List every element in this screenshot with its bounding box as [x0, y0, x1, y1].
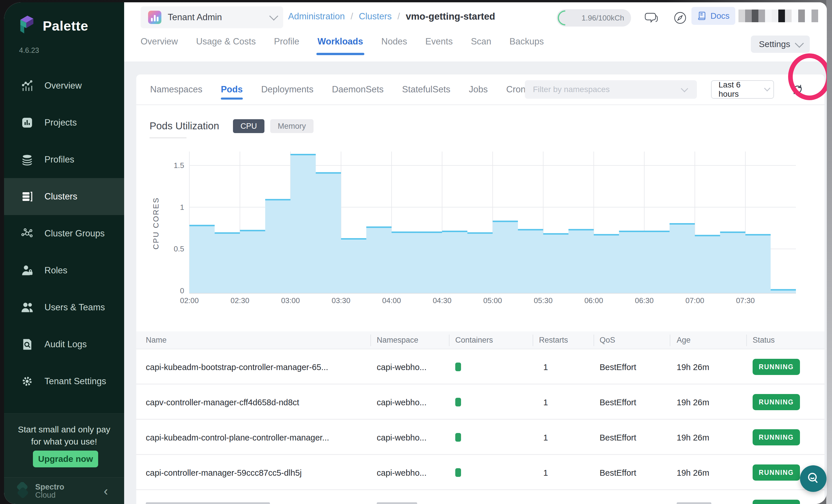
- breadcrumb-link-administration[interactable]: Administration: [288, 11, 345, 22]
- pod-name: capi-controller-manager-59ccc87cc5-dlh5j: [146, 468, 302, 478]
- pod-name: capi-kubeadm-control-plane-controller-ma…: [146, 433, 329, 443]
- sidebar-item-users-teams[interactable]: Users & Teams: [4, 289, 124, 326]
- projects-icon: [21, 116, 33, 129]
- column-separator: [670, 335, 670, 346]
- feedback-chat-icon[interactable]: [643, 10, 659, 26]
- screen: Palette 4.6.23 Overview Projects Profile…: [0, 0, 832, 504]
- sidebar-item-label: Cluster Groups: [45, 228, 104, 239]
- table-row[interactable]: capi-kubeadm-bootstrap-controller-manage…: [136, 349, 825, 384]
- sidebar-item-cluster-groups[interactable]: Cluster Groups: [4, 215, 124, 252]
- subtab-daemonsets[interactable]: DaemonSets: [332, 84, 384, 95]
- sidebar-item-label: Users & Teams: [45, 302, 105, 313]
- tab-backups[interactable]: Backups: [510, 36, 544, 49]
- subtab-statefulsets[interactable]: StatefulSets: [402, 84, 450, 95]
- footer-brand-bottom: Cloud: [35, 491, 64, 499]
- table-row[interactable]: capi-controller-manager-59ccc87cc5-dlh5j…: [136, 455, 825, 490]
- tab-events[interactable]: Events: [425, 36, 453, 49]
- app-window: Palette 4.6.23 Overview Projects Profile…: [4, 2, 827, 504]
- sidebar-item-tenant-settings[interactable]: Tenant Settings: [4, 363, 124, 400]
- table-row[interactable]: capv-controller-manager-cff4d658d-nd8ctc…: [136, 384, 825, 420]
- column-separator: [532, 335, 533, 346]
- namespace-filter-input[interactable]: [525, 80, 697, 99]
- pod-qos: BestEffort: [600, 433, 636, 443]
- users-teams-icon: [21, 301, 33, 314]
- svg-text:07:00: 07:00: [685, 296, 704, 305]
- clusters-icon: [21, 190, 33, 203]
- column-header-status: Status: [753, 336, 775, 345]
- sidebar-item-roles[interactable]: Roles: [4, 252, 124, 289]
- subtab-jobs[interactable]: Jobs: [469, 84, 488, 95]
- status-badge: RUNNING: [753, 359, 800, 375]
- sidebar-footer: Spectro Cloud ‹: [4, 477, 124, 504]
- usage-quota-badge: 1.96/100kCh: [556, 9, 631, 27]
- svg-text:03:30: 03:30: [332, 296, 350, 305]
- refresh-icon: [789, 81, 805, 98]
- chevron-down-icon: [764, 85, 771, 91]
- cpu-utilization-chart: 02:0002:3003:0003:3004:0004:3005:0005:30…: [136, 144, 825, 317]
- time-range-dropdown[interactable]: Last 6 hours: [711, 80, 774, 99]
- column-header-name: Name: [146, 336, 166, 345]
- column-header-age: Age: [677, 336, 691, 345]
- svg-text:0: 0: [180, 286, 184, 295]
- tenant-label: Tenant Admin: [168, 12, 222, 23]
- breadcrumb-link-clusters[interactable]: Clusters: [359, 11, 392, 22]
- pod-age: 19h 26m: [677, 433, 709, 443]
- settings-dropdown-button[interactable]: Settings: [751, 35, 810, 53]
- pod-qos: BestEffort: [600, 398, 636, 407]
- tab-workloads[interactable]: Workloads: [317, 36, 363, 49]
- sidebar-item-audit-logs[interactable]: Audit Logs: [4, 326, 124, 363]
- book-icon: [697, 11, 707, 21]
- tab-nodes[interactable]: Nodes: [381, 36, 407, 49]
- tab-scan[interactable]: Scan: [471, 36, 491, 49]
- tab-profile[interactable]: Profile: [274, 36, 300, 49]
- svg-text:1: 1: [180, 203, 184, 212]
- tab-usage-costs[interactable]: Usage & Costs: [196, 36, 256, 49]
- pod-qos: BestEffort: [600, 363, 636, 372]
- explore-compass-icon[interactable]: [672, 10, 688, 26]
- sidebar-item-projects[interactable]: Projects: [4, 104, 124, 141]
- column-header-containers: Containers: [455, 336, 493, 345]
- table-row-partial[interactable]: RUNNING: [136, 490, 825, 504]
- sidebar-item-label: Audit Logs: [45, 339, 87, 350]
- spectro-cloud-logo: [15, 482, 31, 500]
- help-beacon-button[interactable]: [800, 465, 827, 492]
- container-status-icon: [455, 468, 461, 477]
- subtab-pods[interactable]: Pods: [221, 84, 243, 95]
- sidebar-item-clusters[interactable]: Clusters: [4, 178, 124, 215]
- svg-text:0.5: 0.5: [174, 244, 184, 253]
- sidebar-item-profiles[interactable]: Profiles: [4, 141, 124, 178]
- svg-text:1.5: 1.5: [174, 161, 184, 170]
- status-badge: RUNNING: [753, 394, 800, 410]
- svg-text:04:00: 04:00: [382, 296, 401, 305]
- svg-text:02:30: 02:30: [231, 296, 250, 305]
- tab-overview[interactable]: Overview: [140, 36, 178, 49]
- main-area: Tenant Admin Administration / Clusters /…: [124, 2, 827, 504]
- chevron-down-icon: [795, 39, 804, 48]
- column-header-restarts: Restarts: [539, 336, 568, 345]
- metric-chip-memory[interactable]: Memory: [270, 119, 313, 133]
- tenant-scope-dropdown[interactable]: Tenant Admin: [140, 6, 283, 28]
- subtab-deployments[interactable]: Deployments: [261, 84, 313, 95]
- upgrade-now-button[interactable]: Upgrade now: [33, 451, 98, 467]
- cluster-groups-icon: [21, 227, 33, 240]
- refresh-button[interactable]: [789, 81, 805, 98]
- docs-button[interactable]: Docs: [692, 7, 735, 25]
- pod-age: 19h 26m: [677, 398, 709, 407]
- sidebar-item-overview[interactable]: Overview: [4, 67, 124, 104]
- workload-subtabs: NamespacesPodsDeploymentsDaemonSetsState…: [150, 84, 544, 95]
- tenant-icon: [148, 11, 161, 24]
- breadcrumb-separator: /: [397, 11, 400, 22]
- pod-restarts: 1: [543, 433, 548, 443]
- status-badge: RUNNING: [753, 465, 800, 481]
- tenant-settings-icon: [21, 375, 33, 388]
- docs-label: Docs: [710, 11, 729, 21]
- profiles-icon: [21, 153, 33, 166]
- collapse-sidebar-icon[interactable]: ‹: [104, 485, 108, 497]
- overview-icon: [21, 79, 33, 92]
- table-row[interactable]: capi-kubeadm-control-plane-controller-ma…: [136, 420, 825, 455]
- subtab-namespaces[interactable]: Namespaces: [150, 84, 202, 95]
- metric-chip-cpu[interactable]: CPU: [233, 119, 264, 133]
- column-header-namespace: Namespace: [377, 336, 418, 345]
- clipped-text: [677, 502, 711, 504]
- container-status-icon: [455, 363, 461, 371]
